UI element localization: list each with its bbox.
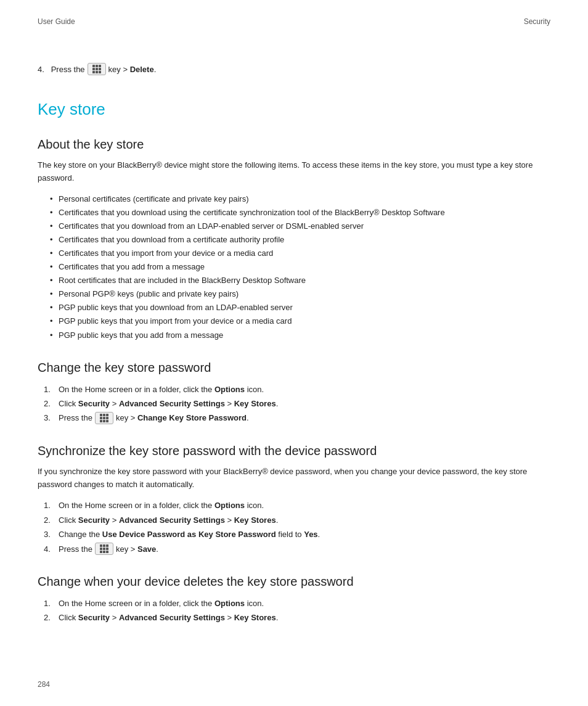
change-password-title: Change the key store password — [38, 361, 550, 375]
list-item: On the Home screen or in a folder, click… — [44, 382, 550, 396]
list-item: Click Security > Advanced Security Setti… — [44, 513, 550, 527]
change-delete-section: Change when your device deletes the key … — [38, 575, 550, 625]
change-delete-title: Change when your device deletes the key … — [38, 575, 550, 589]
about-section: About the key store The key store on you… — [38, 138, 550, 342]
page-number: 284 — [38, 680, 50, 689]
list-item: Certificates that you import from your d… — [50, 247, 550, 260]
header-right: Security — [524, 17, 550, 26]
list-item: Personal PGP® keys (public and private k… — [50, 287, 550, 301]
list-item: Press the key > Change Key Store Passwor… — [44, 411, 550, 425]
step-text: Press the — [59, 542, 92, 556]
intro-step-text: 4. Press the — [38, 65, 85, 74]
change-password-steps: On the Home screen or in a folder, click… — [44, 382, 550, 425]
menu-key-grid-icon-3 — [100, 544, 108, 553]
list-item: Click Security > Advanced Security Setti… — [44, 610, 550, 625]
section-title: Key store — [38, 100, 550, 119]
change-delete-steps: On the Home screen or in a folder, click… — [44, 596, 550, 625]
sync-password-section: Synchronize the key store password with … — [38, 444, 550, 556]
intro-step: 4. Press the key > Delete. — [38, 63, 550, 75]
list-item: Certificates that you download from an L… — [50, 220, 550, 233]
bb-menu-key-3 — [95, 543, 113, 555]
bb-menu-key-2 — [95, 412, 113, 424]
page-container: User Guide Security 4. Press the key > D… — [0, 0, 588, 706]
list-item: Certificates that you add from a message — [50, 260, 550, 274]
list-item: Certificates that you download from a ce… — [50, 233, 550, 247]
list-item: Certificates that you download using the… — [50, 206, 550, 220]
sync-password-steps: On the Home screen or in a folder, click… — [44, 498, 550, 556]
step-text: key > Save. — [116, 542, 158, 556]
about-body: The key store on your BlackBerry® device… — [38, 159, 550, 185]
list-item: Click Security > Advanced Security Setti… — [44, 396, 550, 411]
about-title: About the key store — [38, 138, 550, 152]
list-item: Change the Use Device Password as Key St… — [44, 527, 550, 541]
bb-menu-key — [88, 63, 106, 75]
list-item: On the Home screen or in a folder, click… — [44, 498, 550, 512]
header-left: User Guide — [38, 17, 75, 26]
list-item: PGP public keys that you download from a… — [50, 301, 550, 314]
menu-key-grid-icon-2 — [100, 414, 108, 422]
menu-key-grid-icon — [92, 65, 101, 73]
list-item: On the Home screen or in a folder, click… — [44, 596, 550, 610]
change-password-section: Change the key store password On the Hom… — [38, 361, 550, 425]
list-item: Personal certificates (certificate and p… — [50, 192, 550, 206]
intro-step-suffix: key > Delete. — [108, 65, 157, 74]
list-item: PGP public keys that you import from you… — [50, 314, 550, 328]
sync-password-body: If you synchronize the key store passwor… — [38, 466, 550, 491]
list-item: Press the key > Save. — [44, 542, 550, 556]
header: User Guide Security — [38, 17, 550, 26]
step-text: Press the — [59, 411, 92, 425]
about-bullet-list: Personal certificates (certificate and p… — [50, 192, 550, 342]
step-text: key > Change Key Store Password. — [116, 411, 249, 425]
sync-password-title: Synchronize the key store password with … — [38, 444, 550, 458]
list-item: PGP public keys that you add from a mess… — [50, 329, 550, 342]
list-item: Root certificates that are included in t… — [50, 274, 550, 287]
